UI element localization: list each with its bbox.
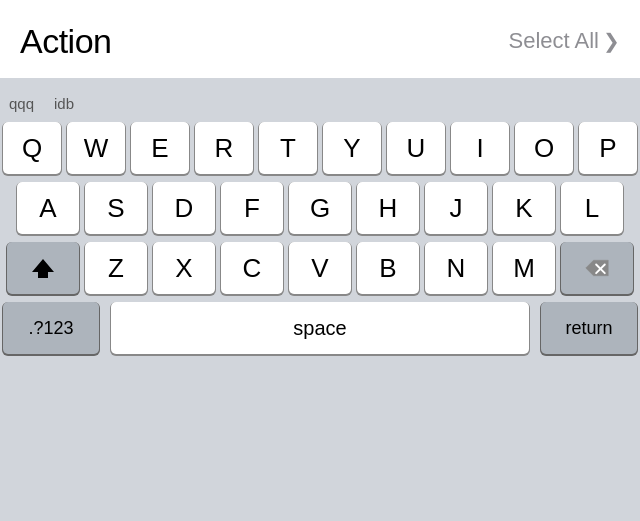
key-T[interactable]: T [259,122,317,174]
key-R[interactable]: R [195,122,253,174]
key-row-bottom: .?123 space return [3,302,637,354]
autocomplete-bar: qqq idb [3,86,637,114]
key-N[interactable]: N [425,242,487,294]
backspace-key[interactable] [561,242,633,294]
chevron-right-icon: ❯ [603,29,620,53]
key-U[interactable]: U [387,122,445,174]
key-F[interactable]: F [221,182,283,234]
key-Y[interactable]: Y [323,122,381,174]
autocomplete-word-1: qqq [9,95,34,112]
numbers-key[interactable]: .?123 [3,302,99,354]
key-C[interactable]: C [221,242,283,294]
key-S[interactable]: S [85,182,147,234]
key-E[interactable]: E [131,122,189,174]
key-M[interactable]: M [493,242,555,294]
key-row-3: Z X C V B N M [3,242,637,294]
keyboard: qqq idb Q W E R T Y U I O P A S D F G H … [0,78,640,521]
key-I[interactable]: I [451,122,509,174]
key-V[interactable]: V [289,242,351,294]
key-B[interactable]: B [357,242,419,294]
return-key[interactable]: return [541,302,637,354]
key-O[interactable]: O [515,122,573,174]
key-row-2: A S D F G H J K L [3,182,637,234]
header: Action Select All ❯ [0,0,640,78]
key-W[interactable]: W [67,122,125,174]
key-row-1: Q W E R T Y U I O P [3,122,637,174]
shift-key[interactable] [7,242,79,294]
select-all-button[interactable]: Select All ❯ [509,28,621,54]
key-A[interactable]: A [17,182,79,234]
select-all-label: Select All [509,28,600,54]
key-Q[interactable]: Q [3,122,61,174]
page-title: Action [20,22,112,61]
key-H[interactable]: H [357,182,419,234]
key-D[interactable]: D [153,182,215,234]
key-J[interactable]: J [425,182,487,234]
space-key[interactable]: space [111,302,529,354]
key-X[interactable]: X [153,242,215,294]
key-K[interactable]: K [493,182,555,234]
backspace-icon [584,258,610,278]
key-L[interactable]: L [561,182,623,234]
key-G[interactable]: G [289,182,351,234]
autocomplete-word-2: idb [54,95,74,112]
svg-marker-0 [32,259,54,278]
key-Z[interactable]: Z [85,242,147,294]
key-P[interactable]: P [579,122,637,174]
